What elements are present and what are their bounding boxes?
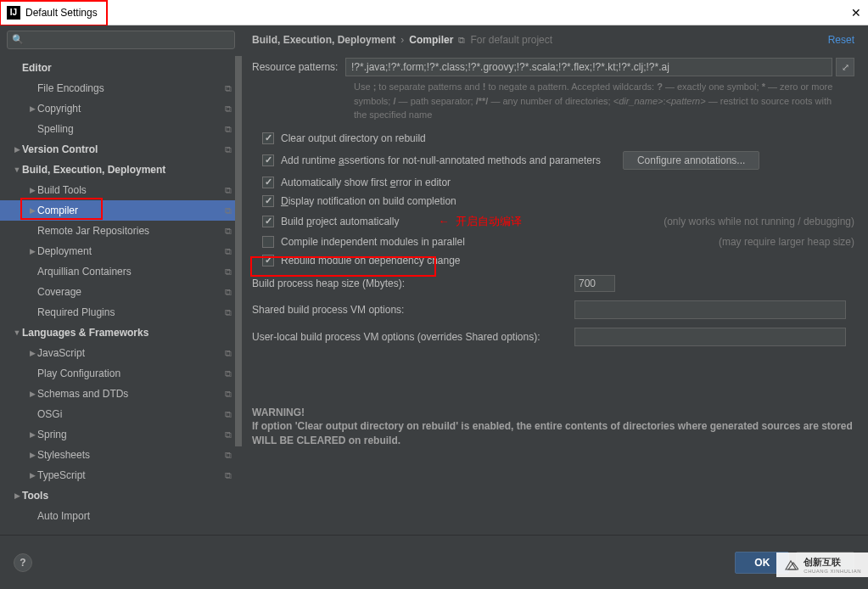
chevron-icon[interactable] <box>12 491 22 500</box>
tree-item-label: Spring <box>37 429 225 440</box>
tree-item-compiler[interactable]: Compiler⧉ <box>0 200 242 221</box>
copy-icon[interactable]: ⧉ <box>225 83 232 94</box>
copy-icon[interactable]: ⧉ <box>225 205 232 216</box>
tree-item-label: Tools <box>22 490 235 502</box>
tree-item-stylesheets[interactable]: Stylesheets⧉ <box>0 445 242 465</box>
configure-annotations-button[interactable]: Configure annotations... <box>623 151 759 170</box>
copy-icon[interactable]: ⧉ <box>225 226 232 237</box>
chevron-icon[interactable] <box>12 145 22 154</box>
heap-size-row: Build process heap size (Mbytes): <box>252 275 854 292</box>
tree-item-arquillian-containers[interactable]: Arquillian Containers⧉ <box>0 261 242 282</box>
tree-item-spring[interactable]: Spring⧉ <box>0 424 242 445</box>
copy-icon[interactable]: ⧉ <box>225 266 232 278</box>
copy-icon[interactable]: ⧉ <box>225 246 232 257</box>
tree-item-required-plugins[interactable]: Required Plugins⧉ <box>0 302 242 323</box>
tree-item-auto-import[interactable]: Auto Import <box>0 506 242 526</box>
runtime-assertions-label: Add runtime assertions for not-null-anno… <box>281 154 601 166</box>
resource-patterns-input[interactable] <box>345 58 832 76</box>
tree-item-label: File Encodings <box>37 82 225 94</box>
tree-item-schemas-and-dtds[interactable]: Schemas and DTDs⧉ <box>0 384 242 404</box>
chevron-icon[interactable] <box>12 328 22 337</box>
help-button[interactable]: ? <box>14 553 32 572</box>
tree-item-label: Stylesheets <box>37 449 225 461</box>
copy-icon[interactable]: ⧉ <box>225 450 232 461</box>
chevron-icon[interactable] <box>27 390 37 398</box>
chevron-icon[interactable] <box>27 349 37 357</box>
first-error-label: Automatically show first error in editor <box>281 177 451 188</box>
clear-output-checkbox[interactable] <box>262 132 274 144</box>
breadcrumb-part1: Build, Execution, Deployment <box>252 34 395 46</box>
first-error-checkbox[interactable] <box>262 177 274 188</box>
tree-item-coverage[interactable]: Coverage⧉ <box>0 282 242 302</box>
warning-block: WARNING! If option 'Clear output directo… <box>252 406 854 448</box>
resource-patterns-help: Use ; to separate patterns and ! to nega… <box>354 80 846 122</box>
tree-item-label: Auto Import <box>37 510 235 522</box>
tree-item-spelling[interactable]: Spelling⧉ <box>0 119 242 139</box>
tree-item-deployment[interactable]: Deployment⧉ <box>0 241 242 261</box>
chevron-icon[interactable] <box>27 471 37 480</box>
build-auto-checkbox[interactable] <box>262 216 274 227</box>
chevron-icon[interactable] <box>12 165 22 174</box>
shared-vm-row: Shared build process VM options: <box>252 300 854 319</box>
close-icon[interactable]: ✕ <box>851 6 861 20</box>
parallel-note: (may require larger heap size) <box>719 236 854 248</box>
app-icon: IJ <box>7 6 20 20</box>
copy-icon[interactable]: ⧉ <box>225 185 232 196</box>
build-auto-label: Build project automatically <box>281 216 399 227</box>
copy-icon[interactable]: ⧉ <box>225 307 232 318</box>
chevron-icon[interactable] <box>27 186 37 194</box>
tree-item-tools[interactable]: Tools <box>0 485 242 506</box>
copy-icon[interactable]: ⧉ <box>225 389 232 400</box>
copy-icon[interactable]: ⧉ <box>225 104 232 115</box>
tree-item-version-control[interactable]: Version Control⧉ <box>0 139 242 160</box>
copy-icon[interactable]: ⧉ <box>225 368 232 379</box>
main-area: 🔍 EditorFile Encodings⧉Copyright⧉Spellin… <box>0 25 868 535</box>
copy-icon[interactable]: ⧉ <box>225 470 232 481</box>
tree-item-osgi[interactable]: OSGi⧉ <box>0 404 242 424</box>
tree-item-javascript[interactable]: JavaScript⧉ <box>0 343 242 363</box>
chevron-icon[interactable] <box>27 451 37 459</box>
watermark-text: 创新互联 CHUANG XINHULIAN <box>804 556 861 574</box>
tree-item-build-execution-deployment[interactable]: Build, Execution, Deployment <box>0 160 242 180</box>
scrollbar-thumb[interactable] <box>235 56 242 446</box>
tree-item-label: TypeScript <box>37 469 225 481</box>
shared-vm-input[interactable] <box>574 300 846 319</box>
search-input[interactable] <box>7 31 235 49</box>
parallel-checkbox[interactable] <box>262 236 274 248</box>
tree-item-label: Play Configuration <box>37 367 225 379</box>
runtime-assertions-checkbox[interactable] <box>262 154 274 166</box>
heap-size-input[interactable] <box>574 275 615 292</box>
content-panel: Build, Execution, Deployment › Compiler … <box>242 25 868 535</box>
copy-icon[interactable]: ⧉ <box>458 35 465 46</box>
chevron-icon[interactable] <box>27 206 37 215</box>
copy-icon[interactable]: ⧉ <box>225 409 232 420</box>
copy-icon[interactable]: ⧉ <box>225 124 232 135</box>
tree-item-typescript[interactable]: TypeScript⧉ <box>0 465 242 485</box>
rebuild-checkbox[interactable] <box>262 255 274 266</box>
user-vm-label: User-local build process VM options (ove… <box>252 331 574 343</box>
chevron-icon[interactable] <box>27 104 37 113</box>
tree-item-editor[interactable]: Editor <box>0 58 242 78</box>
parallel-row: Compile independent modules in parallel … <box>262 236 854 248</box>
tree-item-languages-frameworks[interactable]: Languages & Frameworks <box>0 323 242 343</box>
tree-item-play-configuration[interactable]: Play Configuration⧉ <box>0 363 242 384</box>
tree-item-build-tools[interactable]: Build Tools⧉ <box>0 180 242 200</box>
copy-icon[interactable]: ⧉ <box>225 144 232 155</box>
tree-scrollbar[interactable] <box>235 56 242 463</box>
expand-icon[interactable]: ⤢ <box>836 58 854 76</box>
chevron-icon[interactable] <box>27 247 37 255</box>
chevron-icon[interactable] <box>27 430 37 439</box>
tree-item-label: Version Control <box>22 143 225 155</box>
tree-item-remote-jar-repositories[interactable]: Remote Jar Repositories⧉ <box>0 221 242 241</box>
tree-item-file-encodings[interactable]: File Encodings⧉ <box>0 78 242 98</box>
settings-tree[interactable]: EditorFile Encodings⧉Copyright⧉Spelling⧉… <box>0 54 242 535</box>
copy-icon[interactable]: ⧉ <box>225 348 232 359</box>
tree-item-copyright[interactable]: Copyright⧉ <box>0 98 242 119</box>
notification-checkbox[interactable] <box>262 195 274 207</box>
copy-icon[interactable]: ⧉ <box>225 287 232 298</box>
reset-link[interactable]: Reset <box>828 34 854 46</box>
user-vm-input[interactable] <box>574 328 846 346</box>
annotation-text: 开启自动编译 <box>456 214 522 229</box>
notification-label: Display notification on build completion <box>281 195 456 207</box>
copy-icon[interactable]: ⧉ <box>225 429 232 440</box>
